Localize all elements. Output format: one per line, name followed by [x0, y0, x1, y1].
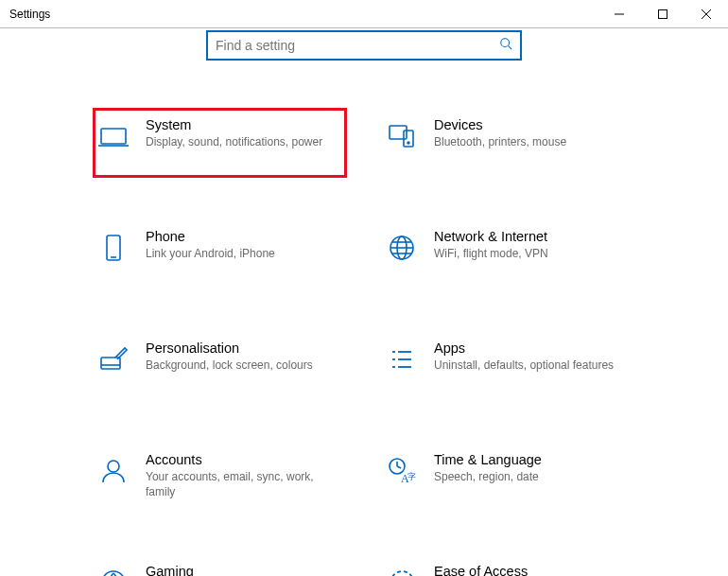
- svg-rect-11: [107, 236, 120, 260]
- svg-rect-1: [659, 9, 667, 18]
- ease-of-access-tile[interactable]: Ease of Access Narrator, magnifier, high…: [383, 556, 633, 576]
- search-box[interactable]: [206, 30, 522, 61]
- globe-icon: [387, 233, 417, 263]
- phone-icon: [98, 233, 129, 263]
- devices-icon: [387, 121, 417, 151]
- window-controls: [598, 0, 728, 27]
- tile-title: Accounts: [146, 452, 341, 467]
- svg-point-4: [501, 39, 510, 47]
- svg-line-5: [509, 46, 512, 50]
- tile-title: Phone: [146, 229, 341, 244]
- network-tile[interactable]: Network & Internet WiFi, flight mode, VP…: [383, 221, 633, 288]
- tile-desc: Your accounts, email, sync, work, family: [146, 469, 341, 499]
- tile-title: Time & Language: [434, 452, 630, 467]
- tile-title: Gaming: [146, 564, 341, 576]
- search-icon: [499, 37, 512, 54]
- tile-desc: Bluetooth, printers, mouse: [434, 134, 630, 149]
- gaming-tile[interactable]: Gaming Xbox Game Bar, captures, Game Mod…: [95, 556, 345, 576]
- display-icon: [98, 121, 129, 151]
- tile-title: System: [146, 117, 341, 132]
- tile-title: Ease of Access: [434, 564, 630, 576]
- svg-line-29: [397, 466, 401, 468]
- paint-icon: [98, 344, 129, 375]
- apps-tile[interactable]: Apps Uninstall, defaults, optional featu…: [383, 333, 633, 399]
- titlebar: Settings: [0, 0, 728, 28]
- apps-icon: [387, 344, 417, 375]
- minimize-button[interactable]: [598, 0, 641, 27]
- search-container: [0, 28, 728, 61]
- svg-point-26: [108, 461, 119, 472]
- tile-title: Network & Internet: [434, 229, 630, 244]
- tile-title: Apps: [434, 340, 630, 356]
- window-title: Settings: [9, 8, 50, 21]
- svg-point-10: [407, 142, 409, 144]
- gaming-icon: [98, 567, 129, 576]
- tile-title: Personalisation: [146, 340, 341, 356]
- time-language-icon: A字: [387, 456, 417, 486]
- close-button[interactable]: [685, 0, 728, 27]
- tile-desc: Link your Android, iPhone: [146, 246, 341, 261]
- personalisation-tile[interactable]: Personalisation Background, lock screen,…: [95, 333, 345, 399]
- tile-desc: WiFi, flight mode, VPN: [434, 246, 630, 261]
- search-input[interactable]: [216, 38, 499, 53]
- time-language-tile[interactable]: A字 Time & Language Speech, region, date: [383, 445, 633, 511]
- phone-tile[interactable]: Phone Link your Android, iPhone: [95, 221, 345, 288]
- accounts-tile[interactable]: Accounts Your accounts, email, sync, wor…: [95, 445, 345, 511]
- tile-desc: Uninstall, defaults, optional features: [434, 358, 630, 373]
- devices-tile[interactable]: Devices Bluetooth, printers, mouse: [383, 110, 633, 176]
- tile-desc: Speech, region, date: [434, 469, 630, 484]
- ease-of-access-icon: [387, 567, 417, 576]
- person-icon: [98, 456, 129, 486]
- svg-rect-6: [101, 129, 126, 144]
- tile-desc: Background, lock screen, colours: [146, 358, 341, 373]
- tile-desc: Display, sound, notifications, power: [146, 134, 341, 149]
- svg-text:字: 字: [407, 472, 416, 481]
- tile-title: Devices: [434, 117, 630, 132]
- settings-grid: System Display, sound, notifications, po…: [0, 61, 728, 576]
- maximize-button[interactable]: [641, 0, 685, 27]
- system-tile[interactable]: System Display, sound, notifications, po…: [95, 110, 345, 176]
